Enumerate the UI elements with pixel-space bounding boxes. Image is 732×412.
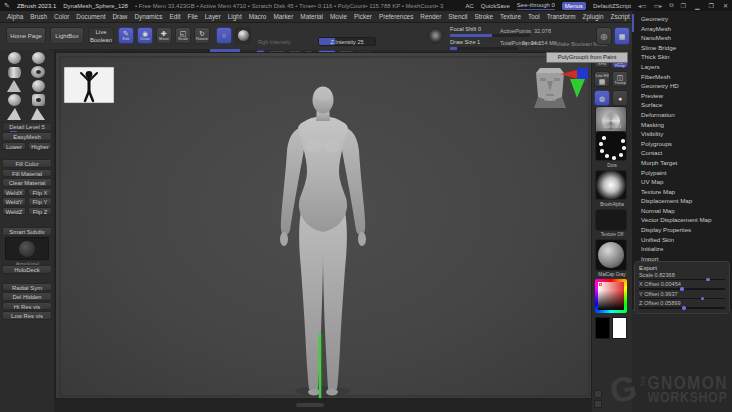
lower-button[interactable]: Lower bbox=[2, 142, 26, 151]
brush-type-button[interactable]: ○ bbox=[216, 27, 232, 44]
menu-preferences[interactable]: Preferences bbox=[379, 13, 413, 20]
live-boolean-button[interactable]: Live Boolean bbox=[88, 27, 114, 44]
rotate-mode-button[interactable]: ↻ Rotate bbox=[194, 27, 210, 44]
panel-item-uv-map[interactable]: UV Map bbox=[632, 177, 732, 187]
scale-mode-button[interactable]: ◱ Scale bbox=[175, 27, 191, 44]
restore-icon[interactable]: ❐ bbox=[709, 2, 714, 9]
fill-color-button[interactable]: Fill Color bbox=[2, 159, 52, 168]
zoom-document-button[interactable]: ◎ bbox=[596, 27, 612, 45]
move-mode-button[interactable]: ✚ Move bbox=[156, 27, 172, 44]
export-y-offset-slider[interactable]: Y Offset 0.9937 bbox=[639, 291, 725, 300]
flipz-button[interactable]: Flip Z bbox=[28, 207, 52, 216]
panel-item-deformation[interactable]: Deformation bbox=[632, 110, 732, 120]
polygroupit-button[interactable]: ▦ bbox=[614, 27, 630, 45]
main-color-swatch[interactable] bbox=[595, 317, 610, 339]
material-thumbnail[interactable] bbox=[595, 239, 627, 271]
torus-tool-icon[interactable] bbox=[28, 66, 48, 78]
panel-item-polygroups[interactable]: Polygroups bbox=[632, 139, 732, 149]
panel-item-thick-skin[interactable]: Thick Skin bbox=[632, 52, 732, 62]
ball-tool-icon[interactable] bbox=[28, 80, 48, 92]
transpose-action-line[interactable] bbox=[319, 334, 321, 398]
close-icon[interactable]: ✕ bbox=[723, 2, 728, 9]
dock-right-icon[interactable]: ▭▸ bbox=[654, 2, 663, 9]
edit-mode-button[interactable]: ✎ Edit bbox=[118, 27, 134, 44]
shelf-scroll-down-icon[interactable] bbox=[594, 400, 602, 408]
ghost-button[interactable]: ● bbox=[612, 90, 628, 106]
menu-picker[interactable]: Picker bbox=[354, 13, 372, 20]
panel-item-geometry-hd[interactable]: Geometry HD bbox=[632, 81, 732, 91]
menu-layer[interactable]: Layer bbox=[205, 13, 221, 20]
transp-button[interactable]: ◫ Transp bbox=[612, 71, 628, 87]
panel-item-visibility[interactable]: Visibility bbox=[632, 129, 732, 139]
sphere3-tool-icon[interactable] bbox=[4, 94, 24, 106]
panel-item-normal-map[interactable]: Normal Map bbox=[632, 206, 732, 216]
texture-thumbnail[interactable] bbox=[595, 209, 627, 231]
detail-level-slider[interactable]: Detail Level 5 bbox=[2, 122, 52, 131]
menu-marker[interactable]: Marker bbox=[273, 13, 293, 20]
sphere-tool-icon[interactable] bbox=[4, 52, 24, 64]
shelf-scroll-up-icon[interactable] bbox=[594, 390, 602, 398]
flipx-button[interactable]: Flip X bbox=[28, 188, 52, 197]
dock-left-icon[interactable]: ◂▭ bbox=[638, 2, 647, 9]
menu-color[interactable]: Color bbox=[54, 13, 69, 20]
weldx-button[interactable]: WeldX bbox=[2, 188, 26, 197]
panel-item-vector-displacement-map[interactable]: Vector Displacement Map bbox=[632, 215, 732, 225]
see-through-slider[interactable]: See-through 0 bbox=[517, 2, 555, 10]
panel-item-unified-skin[interactable]: Unified Skin bbox=[632, 235, 732, 245]
flipy-button[interactable]: Flip Y bbox=[28, 197, 52, 206]
pose-reference-thumbnail[interactable] bbox=[64, 67, 114, 103]
panel-item-displacement-map[interactable]: Displacement Map bbox=[632, 196, 732, 206]
cone-tool-icon[interactable] bbox=[4, 80, 24, 92]
axis-gizmo[interactable] bbox=[561, 68, 588, 98]
quicksave-button[interactable]: QuickSave bbox=[481, 3, 510, 9]
lightbox-button[interactable]: LightBox bbox=[50, 27, 84, 44]
smart-subdiv-button[interactable]: Smart Subdiv bbox=[2, 227, 52, 236]
menu-zscript[interactable]: Zscript bbox=[611, 13, 630, 20]
menus-button[interactable]: Menus bbox=[562, 2, 586, 10]
panel-item-masking[interactable]: Masking bbox=[632, 120, 732, 130]
sphere2-tool-icon[interactable] bbox=[28, 52, 48, 64]
menu-brush[interactable]: Brush bbox=[30, 13, 47, 20]
ring-square-tool-icon[interactable] bbox=[28, 94, 48, 106]
clear-material-button[interactable]: Clear Material bbox=[2, 178, 52, 187]
hi-res-vis-button[interactable]: Hi Res vis bbox=[2, 302, 52, 311]
current-tool-thumbnail[interactable] bbox=[5, 237, 49, 260]
menu-transform[interactable]: Transform bbox=[547, 13, 576, 20]
ac-button[interactable]: AC bbox=[465, 3, 473, 9]
draw-mode-button[interactable]: ◉ Draw bbox=[137, 27, 153, 44]
panel-item-nanomesh[interactable]: NanoMesh bbox=[632, 33, 732, 43]
radial-sym-button[interactable]: Radial Sym bbox=[2, 283, 52, 292]
panel-item-export[interactable]: Export bbox=[639, 263, 725, 272]
rgb-intensity-slider[interactable]: Rgb Intensity bbox=[258, 39, 291, 45]
menu-edit[interactable]: Edit bbox=[169, 13, 180, 20]
weldz-button[interactable]: WeldZ bbox=[2, 207, 26, 216]
menu-tool[interactable]: Tool bbox=[528, 13, 540, 20]
panel-item-layers[interactable]: Layers bbox=[632, 62, 732, 72]
panel-item-arraymesh[interactable]: ArrayMesh bbox=[632, 24, 732, 34]
panel-item-slime-bridge[interactable]: Slime Bridge bbox=[632, 43, 732, 53]
female-model[interactable] bbox=[280, 87, 366, 396]
menu-document[interactable]: Document bbox=[76, 13, 105, 20]
color-picker[interactable] bbox=[595, 279, 627, 313]
menu-material[interactable]: Material bbox=[300, 13, 323, 20]
z-intensity-slider[interactable]: Z Intensity 25 bbox=[318, 37, 376, 46]
export-z-offset-slider[interactable]: Z Offset 0.05899 bbox=[639, 300, 725, 309]
preview-sphere-button[interactable] bbox=[235, 27, 251, 44]
panel-item-surface[interactable]: Surface bbox=[632, 100, 732, 110]
menu-movie[interactable]: Movie bbox=[330, 13, 347, 20]
export-scale-slider[interactable]: Scale 0.82368 bbox=[639, 272, 725, 281]
alpha-thumbnail[interactable] bbox=[595, 170, 627, 200]
home-page-button[interactable]: Home Page bbox=[6, 27, 46, 44]
default-zscript-button[interactable]: DefaultZScript bbox=[593, 3, 631, 9]
menu-stencil[interactable]: Stencil bbox=[448, 13, 467, 20]
cylinder-tool-icon[interactable] bbox=[4, 66, 24, 78]
draw-size-slider[interactable]: Draw Size 1 bbox=[450, 39, 480, 45]
panel-item-initialize[interactable]: Initialize bbox=[632, 244, 732, 254]
menu-draw[interactable]: Draw bbox=[112, 13, 127, 20]
floor-button[interactable]: Line Fill ▦ bbox=[594, 71, 610, 87]
menu-dynamics[interactable]: Dynamics bbox=[134, 13, 162, 20]
easymesh-button[interactable]: EasyMesh bbox=[2, 132, 52, 141]
panel-item-preview[interactable]: Preview bbox=[632, 91, 732, 101]
menu-macro[interactable]: Macro bbox=[249, 13, 267, 20]
fill-material-button[interactable]: Fill Material bbox=[2, 169, 52, 178]
